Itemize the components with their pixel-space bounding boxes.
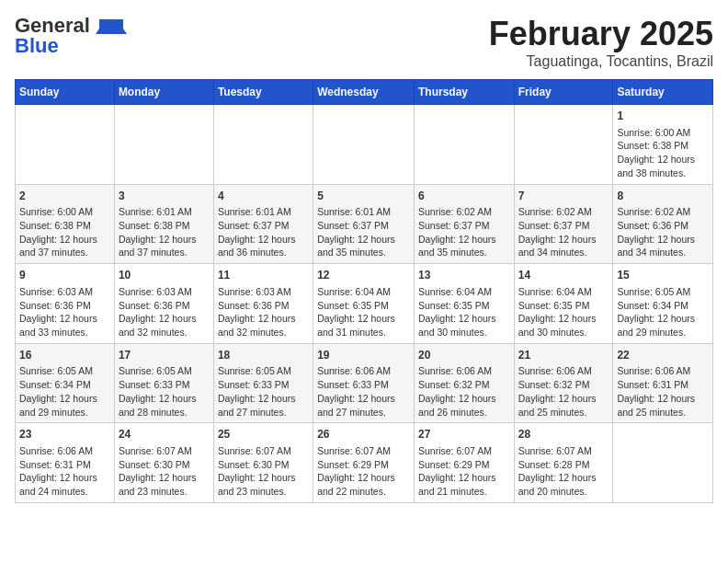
day-header-saturday: Saturday <box>613 80 713 105</box>
calendar-cell: 26Sunrise: 6:07 AM Sunset: 6:29 PM Dayli… <box>313 423 415 503</box>
day-number: 13 <box>418 268 510 283</box>
calendar-cell <box>114 105 213 185</box>
day-info: Sunrise: 6:06 AM Sunset: 6:33 PM Dayligh… <box>317 364 410 419</box>
svg-marker-1 <box>96 29 127 34</box>
day-info: Sunrise: 6:03 AM Sunset: 6:36 PM Dayligh… <box>218 285 309 339</box>
day-header-wednesday: Wednesday <box>313 80 415 105</box>
calendar-cell: 7Sunrise: 6:02 AM Sunset: 6:37 PM Daylig… <box>514 184 613 264</box>
day-info: Sunrise: 6:02 AM Sunset: 6:37 PM Dayligh… <box>518 205 609 259</box>
day-number: 23 <box>19 427 110 442</box>
day-header-sunday: Sunday <box>16 80 115 105</box>
day-number: 25 <box>218 427 309 442</box>
day-info: Sunrise: 6:07 AM Sunset: 6:29 PM Dayligh… <box>418 444 510 499</box>
day-number: 4 <box>218 189 309 204</box>
calendar-cell: 4Sunrise: 6:01 AM Sunset: 6:37 PM Daylig… <box>213 184 313 264</box>
calendar-cell: 27Sunrise: 6:07 AM Sunset: 6:29 PM Dayli… <box>414 423 514 503</box>
day-number: 28 <box>518 427 609 442</box>
day-info: Sunrise: 6:05 AM Sunset: 6:33 PM Dayligh… <box>218 364 309 419</box>
day-number: 11 <box>218 268 309 283</box>
calendar-cell <box>16 105 115 185</box>
calendar-cell: 18Sunrise: 6:05 AM Sunset: 6:33 PM Dayli… <box>213 343 313 423</box>
day-info: Sunrise: 6:04 AM Sunset: 6:35 PM Dayligh… <box>317 285 410 339</box>
day-number: 21 <box>518 348 609 363</box>
day-info: Sunrise: 6:00 AM Sunset: 6:38 PM Dayligh… <box>19 205 110 259</box>
day-info: Sunrise: 6:05 AM Sunset: 6:33 PM Dayligh… <box>119 364 210 419</box>
calendar-cell: 10Sunrise: 6:03 AM Sunset: 6:36 PM Dayli… <box>114 264 213 344</box>
calendar-cell: 15Sunrise: 6:05 AM Sunset: 6:34 PM Dayli… <box>613 264 713 344</box>
day-number: 5 <box>317 189 410 204</box>
day-number: 27 <box>418 427 510 442</box>
day-header-monday: Monday <box>114 80 213 105</box>
calendar-week-1: 1Sunrise: 6:00 AM Sunset: 6:38 PM Daylig… <box>16 105 713 185</box>
calendar-week-4: 16Sunrise: 6:05 AM Sunset: 6:34 PM Dayli… <box>16 343 713 423</box>
day-info: Sunrise: 6:04 AM Sunset: 6:35 PM Dayligh… <box>418 285 510 339</box>
calendar-cell <box>613 423 713 503</box>
day-info: Sunrise: 6:07 AM Sunset: 6:28 PM Dayligh… <box>518 444 609 499</box>
calendar-cell <box>213 105 313 185</box>
day-number: 22 <box>617 348 709 363</box>
calendar-cell: 19Sunrise: 6:06 AM Sunset: 6:33 PM Dayli… <box>313 343 415 423</box>
day-info: Sunrise: 6:03 AM Sunset: 6:36 PM Dayligh… <box>119 285 210 339</box>
calendar-header-row: SundayMondayTuesdayWednesdayThursdayFrid… <box>16 80 713 105</box>
calendar-cell: 8Sunrise: 6:02 AM Sunset: 6:36 PM Daylig… <box>613 184 713 264</box>
calendar-cell: 22Sunrise: 6:06 AM Sunset: 6:31 PM Dayli… <box>613 343 713 423</box>
day-number: 12 <box>317 268 410 283</box>
logo-icon <box>90 16 127 38</box>
day-number: 1 <box>617 109 709 124</box>
calendar-cell: 28Sunrise: 6:07 AM Sunset: 6:28 PM Dayli… <box>514 423 613 503</box>
day-number: 18 <box>218 348 309 363</box>
day-number: 10 <box>119 268 210 283</box>
calendar-cell: 9Sunrise: 6:03 AM Sunset: 6:36 PM Daylig… <box>16 264 115 344</box>
day-info: Sunrise: 6:02 AM Sunset: 6:36 PM Dayligh… <box>617 205 709 259</box>
day-number: 24 <box>119 427 210 442</box>
day-number: 15 <box>617 268 709 283</box>
calendar-cell: 2Sunrise: 6:00 AM Sunset: 6:38 PM Daylig… <box>16 184 115 264</box>
calendar-week-5: 23Sunrise: 6:06 AM Sunset: 6:31 PM Dayli… <box>16 423 713 503</box>
calendar-week-2: 2Sunrise: 6:00 AM Sunset: 6:38 PM Daylig… <box>16 184 713 264</box>
day-info: Sunrise: 6:06 AM Sunset: 6:32 PM Dayligh… <box>518 364 609 419</box>
calendar-cell <box>313 105 415 185</box>
calendar-cell: 16Sunrise: 6:05 AM Sunset: 6:34 PM Dayli… <box>16 343 115 423</box>
logo: General Blue <box>15 15 127 58</box>
calendar-cell: 17Sunrise: 6:05 AM Sunset: 6:33 PM Dayli… <box>114 343 213 423</box>
day-info: Sunrise: 6:07 AM Sunset: 6:29 PM Dayligh… <box>317 444 410 499</box>
calendar-cell: 3Sunrise: 6:01 AM Sunset: 6:38 PM Daylig… <box>114 184 213 264</box>
calendar-cell: 11Sunrise: 6:03 AM Sunset: 6:36 PM Dayli… <box>213 264 313 344</box>
day-info: Sunrise: 6:06 AM Sunset: 6:31 PM Dayligh… <box>19 444 110 499</box>
calendar-cell: 14Sunrise: 6:04 AM Sunset: 6:35 PM Dayli… <box>514 264 613 344</box>
day-header-friday: Friday <box>514 80 613 105</box>
day-number: 17 <box>119 348 210 363</box>
day-header-tuesday: Tuesday <box>213 80 313 105</box>
calendar-cell: 21Sunrise: 6:06 AM Sunset: 6:32 PM Dayli… <box>514 343 613 423</box>
page-subtitle: Taguatinga, Tocantins, Brazil <box>489 53 713 70</box>
day-number: 3 <box>119 189 210 204</box>
day-number: 8 <box>617 189 709 204</box>
day-info: Sunrise: 6:00 AM Sunset: 6:38 PM Dayligh… <box>617 126 709 180</box>
calendar-cell: 1Sunrise: 6:00 AM Sunset: 6:38 PM Daylig… <box>613 105 713 185</box>
day-info: Sunrise: 6:01 AM Sunset: 6:38 PM Dayligh… <box>119 205 210 259</box>
calendar-cell <box>514 105 613 185</box>
day-header-thursday: Thursday <box>414 80 514 105</box>
day-number: 16 <box>19 348 110 363</box>
day-number: 19 <box>317 348 410 363</box>
day-info: Sunrise: 6:06 AM Sunset: 6:31 PM Dayligh… <box>617 364 709 419</box>
calendar-cell: 20Sunrise: 6:06 AM Sunset: 6:32 PM Dayli… <box>414 343 514 423</box>
calendar-cell: 23Sunrise: 6:06 AM Sunset: 6:31 PM Dayli… <box>16 423 115 503</box>
page-title: February 2025 <box>489 15 713 53</box>
day-info: Sunrise: 6:04 AM Sunset: 6:35 PM Dayligh… <box>518 285 609 339</box>
day-number: 7 <box>518 189 609 204</box>
calendar-cell: 12Sunrise: 6:04 AM Sunset: 6:35 PM Dayli… <box>313 264 415 344</box>
day-info: Sunrise: 6:02 AM Sunset: 6:37 PM Dayligh… <box>418 205 510 259</box>
calendar-week-3: 9Sunrise: 6:03 AM Sunset: 6:36 PM Daylig… <box>16 264 713 344</box>
calendar-cell: 24Sunrise: 6:07 AM Sunset: 6:30 PM Dayli… <box>114 423 213 503</box>
logo-blue-text: Blue <box>15 34 59 58</box>
day-info: Sunrise: 6:05 AM Sunset: 6:34 PM Dayligh… <box>617 285 709 339</box>
calendar-cell: 25Sunrise: 6:07 AM Sunset: 6:30 PM Dayli… <box>213 423 313 503</box>
day-info: Sunrise: 6:01 AM Sunset: 6:37 PM Dayligh… <box>317 205 410 259</box>
day-info: Sunrise: 6:03 AM Sunset: 6:36 PM Dayligh… <box>19 285 110 339</box>
calendar-cell: 6Sunrise: 6:02 AM Sunset: 6:37 PM Daylig… <box>414 184 514 264</box>
day-info: Sunrise: 6:06 AM Sunset: 6:32 PM Dayligh… <box>418 364 510 419</box>
svg-marker-0 <box>99 19 123 29</box>
page-header: General Blue February 2025 Taguatinga, T… <box>15 15 713 70</box>
day-number: 20 <box>418 348 510 363</box>
